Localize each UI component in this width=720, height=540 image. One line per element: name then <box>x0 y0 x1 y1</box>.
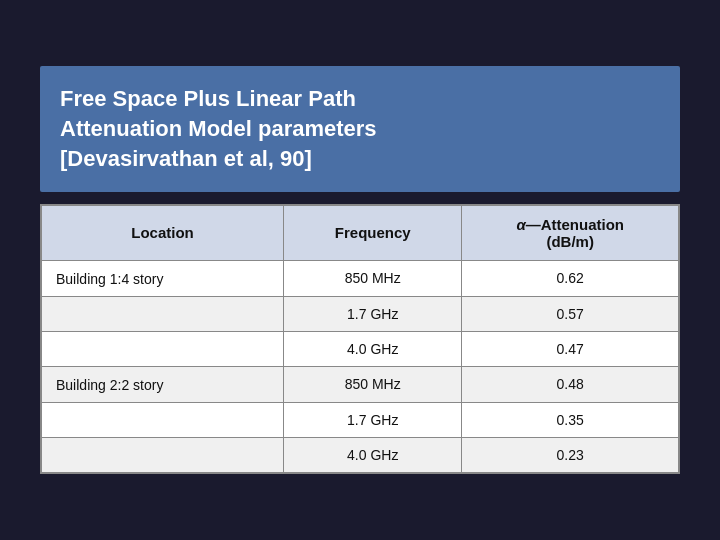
title-line2: Attenuation Model parameters <box>60 116 377 141</box>
table-row: 1.7 GHz0.57 <box>42 296 679 331</box>
table-header-row: Location Frequency α—Attenuation(dB/m) <box>42 205 679 260</box>
data-table-wrapper: Location Frequency α—Attenuation(dB/m) B… <box>40 204 680 474</box>
title-line1: Free Space Plus Linear Path <box>60 86 356 111</box>
title-box: Free Space Plus Linear Path Attenuation … <box>40 66 680 191</box>
cell-attenuation: 0.57 <box>462 296 679 331</box>
cell-location <box>42 296 284 331</box>
cell-frequency: 850 MHz <box>284 366 462 402</box>
cell-attenuation: 0.48 <box>462 366 679 402</box>
slide: Free Space Plus Linear Path Attenuation … <box>20 46 700 493</box>
table-row: Building 2:2 story850 MHz0.48 <box>42 366 679 402</box>
table-row: 4.0 GHz0.47 <box>42 331 679 366</box>
cell-frequency: 1.7 GHz <box>284 402 462 437</box>
cell-frequency: 4.0 GHz <box>284 437 462 472</box>
header-attenuation: α—Attenuation(dB/m) <box>462 205 679 260</box>
cell-attenuation: 0.23 <box>462 437 679 472</box>
cell-location: Building 1:4 story <box>42 260 284 296</box>
cell-attenuation: 0.47 <box>462 331 679 366</box>
cell-frequency: 850 MHz <box>284 260 462 296</box>
table-row: 4.0 GHz0.23 <box>42 437 679 472</box>
cell-location: Building 2:2 story <box>42 366 284 402</box>
title-line3: [Devasirvathan et al, 90] <box>60 146 312 171</box>
cell-location <box>42 437 284 472</box>
cell-location <box>42 331 284 366</box>
table-row: 1.7 GHz0.35 <box>42 402 679 437</box>
cell-frequency: 4.0 GHz <box>284 331 462 366</box>
cell-frequency: 1.7 GHz <box>284 296 462 331</box>
data-table: Location Frequency α—Attenuation(dB/m) B… <box>41 205 679 473</box>
cell-attenuation: 0.62 <box>462 260 679 296</box>
header-frequency: Frequency <box>284 205 462 260</box>
table-row: Building 1:4 story850 MHz0.62 <box>42 260 679 296</box>
cell-location <box>42 402 284 437</box>
header-location: Location <box>42 205 284 260</box>
table-body: Building 1:4 story850 MHz0.621.7 GHz0.57… <box>42 260 679 472</box>
cell-attenuation: 0.35 <box>462 402 679 437</box>
title-text: Free Space Plus Linear Path Attenuation … <box>60 84 660 173</box>
